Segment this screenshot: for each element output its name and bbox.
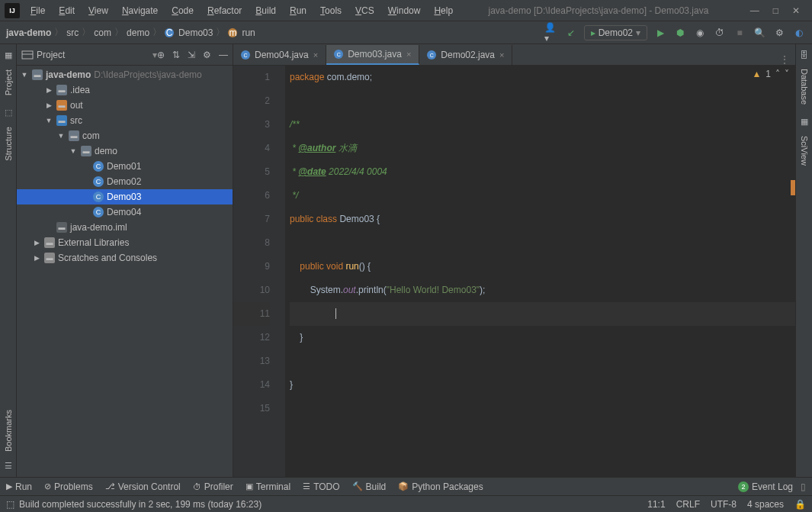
expand-icon[interactable]: ⇅ <box>172 50 180 60</box>
caret-position[interactable]: 11:1 <box>647 499 665 510</box>
tool-run[interactable]: ▶Run <box>6 481 32 492</box>
tab-demo02-java[interactable]: CDemo02.java× <box>419 45 512 65</box>
tool-version-control[interactable]: ⎇Version Control <box>105 481 181 492</box>
tab-demo03-java[interactable]: CDemo03.java× <box>326 45 419 65</box>
tree-root[interactable]: ▼ ▬ java-demo D:\IdeaProjects\java-demo <box>17 67 233 82</box>
user-icon[interactable]: 👤▾ <box>544 26 558 40</box>
tool-terminal[interactable]: ▣Terminal <box>246 481 290 492</box>
chevron-down-icon[interactable]: ˅ <box>785 69 789 79</box>
code[interactable]: package com.demo; /** * @author 水滴 * @da… <box>285 66 795 477</box>
bookmarks-tool-button[interactable]: Bookmarks <box>4 404 13 458</box>
tree-item-src[interactable]: ▼▬src <box>17 113 233 128</box>
tree-item-demo[interactable]: ▼▬demo <box>17 143 233 159</box>
menu-tools[interactable]: Tools <box>314 2 348 19</box>
right-tool-rail: 🗄 Database ▦ SciView <box>795 44 812 477</box>
menu-build[interactable]: Build <box>249 2 282 19</box>
tree-label: Demo04 <box>107 207 141 217</box>
select-file-icon[interactable]: ⊕ <box>157 50 165 60</box>
project-tree[interactable]: ▼ ▬ java-demo D:\IdeaProjects\java-demo … <box>17 66 233 477</box>
structure-tool-icon[interactable]: ⬚ <box>5 108 12 118</box>
search-icon[interactable]: 🔍 <box>753 26 766 40</box>
panel-hide-icon[interactable]: — <box>219 50 228 60</box>
structure-tool-button[interactable]: Structure <box>4 121 13 167</box>
menu-window[interactable]: Window <box>382 2 427 19</box>
indent-widget[interactable]: 4 spaces <box>747 499 784 510</box>
tool-problems[interactable]: ⊘Problems <box>44 481 93 492</box>
stop-icon[interactable]: ■ <box>733 26 746 40</box>
breadcrumb-part[interactable]: demo <box>127 27 149 38</box>
inspection-widget[interactable]: ▲ 1 ˄ ˅ <box>752 69 789 79</box>
panel-title[interactable]: Project <box>37 50 152 60</box>
tree-item-com[interactable]: ▼▬com <box>17 128 233 143</box>
menu-file[interactable]: File <box>24 2 51 19</box>
line-separator[interactable]: CRLF <box>676 499 700 510</box>
menu-help[interactable]: Help <box>428 2 459 19</box>
event-log-label: Event Log <box>752 481 793 492</box>
breadcrumb-class[interactable]: Demo03 <box>178 27 213 38</box>
menu-view[interactable]: View <box>82 2 114 19</box>
plugins-icon[interactable]: ◐ <box>792 26 806 40</box>
build-icon[interactable]: ↙ <box>564 26 578 40</box>
tabs-menu-icon[interactable]: ⋮ <box>780 54 789 65</box>
event-log-button[interactable]: 2Event Log <box>738 481 793 492</box>
close-tab-icon[interactable]: × <box>499 50 504 60</box>
tree-item-demo02[interactable]: CDemo02 <box>17 174 233 189</box>
navigation-bar: java-demo 〉src 〉com 〉demo 〉CDemo03 〉mrun… <box>0 21 812 44</box>
breadcrumb-part[interactable]: src <box>66 27 79 38</box>
minimize-icon[interactable]: — <box>750 5 759 16</box>
chevron-up-icon[interactable]: ˄ <box>775 69 780 79</box>
tree-item-demo04[interactable]: CDemo04 <box>17 204 233 220</box>
sciview-tool-button[interactable]: SciView <box>800 130 809 172</box>
breadcrumb-method[interactable]: run <box>242 27 255 38</box>
tree-label: src <box>70 115 82 126</box>
close-tab-icon[interactable]: × <box>313 50 318 60</box>
project-tool-button[interactable]: Project <box>4 63 13 101</box>
lib-icon: ▬ <box>44 237 55 248</box>
database-tool-button[interactable]: Database <box>800 63 809 111</box>
file-encoding[interactable]: UTF-8 <box>711 499 737 510</box>
database-tool-icon[interactable]: 🗄 <box>800 50 808 60</box>
maximize-icon[interactable]: □ <box>773 5 778 16</box>
tool-todo[interactable]: ☰TODO <box>303 481 339 492</box>
debug-icon[interactable]: ⬢ <box>673 26 687 40</box>
breadcrumb[interactable]: java-demo 〉src 〉com 〉demo 〉CDemo03 〉mrun <box>6 26 544 39</box>
profile-icon[interactable]: ⏱ <box>713 26 727 40</box>
gear-icon[interactable]: ⚙ <box>772 26 786 40</box>
gutter[interactable]: 123456789101112131415 <box>233 66 285 477</box>
menu-run[interactable]: Run <box>284 2 313 19</box>
lock-icon[interactable]: 🔒 <box>794 499 806 510</box>
error-stripe-mark[interactable] <box>791 180 795 195</box>
collapse-icon[interactable]: ⇲ <box>188 50 195 60</box>
breadcrumb-project[interactable]: java-demo <box>6 27 51 38</box>
tree-item-java-demo-iml[interactable]: ▬java-demo.iml <box>17 220 233 235</box>
menu-refactor[interactable]: Refactor <box>201 2 248 19</box>
close-tab-icon[interactable]: × <box>406 50 411 59</box>
sciview-tool-icon[interactable]: ▦ <box>801 117 808 127</box>
menu-navigate[interactable]: Navigate <box>116 2 164 19</box>
tool-python-packages[interactable]: 📦Python Packages <box>398 481 483 492</box>
project-tool-icon[interactable]: ▦ <box>5 50 12 60</box>
tree-item-out[interactable]: ▶▬out <box>17 98 233 113</box>
run-icon[interactable]: ▶ <box>653 26 667 40</box>
close-icon[interactable]: ✕ <box>792 5 800 16</box>
tree-item-scratches-and-consoles[interactable]: ▶▬Scratches and Consoles <box>17 250 233 266</box>
tool-label: Version Control <box>118 481 181 492</box>
mem-icon[interactable]: ▯ <box>801 481 806 492</box>
tool-build[interactable]: 🔨Build <box>352 481 387 492</box>
editor[interactable]: 123456789101112131415 package com.demo; … <box>233 66 795 477</box>
breadcrumb-part[interactable]: com <box>94 27 111 38</box>
tab-demo04-java[interactable]: CDemo04.java× <box>233 45 326 65</box>
menu-edit[interactable]: Edit <box>53 2 81 19</box>
menu-vcs[interactable]: VCS <box>349 2 380 19</box>
bookmarks-tool-icon[interactable]: ☰ <box>5 461 12 471</box>
tool-profiler[interactable]: ⏱Profiler <box>193 481 233 492</box>
coverage-icon[interactable]: ◉ <box>693 26 707 40</box>
warning-icon: ▲ <box>752 69 761 79</box>
menu-code[interactable]: Code <box>165 2 200 19</box>
tree-item-demo03[interactable]: CDemo03 <box>17 189 233 204</box>
tree-item-demo01[interactable]: CDemo01 <box>17 159 233 174</box>
run-config-selector[interactable]: ▸Demo02▾ <box>584 25 647 40</box>
tree-item--idea[interactable]: ▶▬.idea <box>17 82 233 98</box>
tree-item-external-libraries[interactable]: ▶▬External Libraries <box>17 235 233 250</box>
panel-gear-icon[interactable]: ⚙ <box>203 50 211 60</box>
